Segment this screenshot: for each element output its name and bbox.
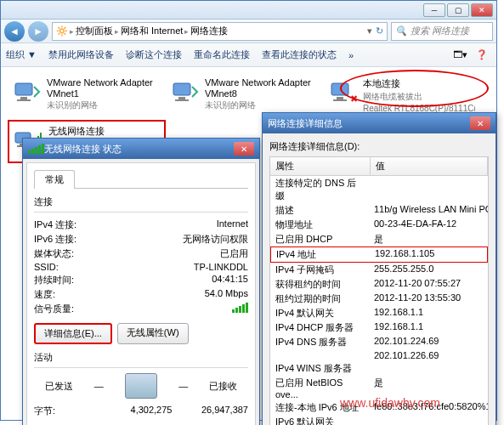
titlebar: ─ ▢ ✕	[1, 1, 496, 20]
bytes-label: 字节:	[34, 405, 119, 417]
svg-rect-1	[20, 97, 27, 99]
row-value	[371, 361, 488, 376]
close-button[interactable]: ✕	[471, 3, 493, 17]
row-value: Internet	[119, 218, 248, 231]
row-key: 持续时间:	[34, 274, 119, 286]
col-property[interactable]: 属性	[270, 157, 371, 175]
details-button[interactable]: 详细信息(E)...	[34, 323, 112, 344]
status-row: 速度:54.0 Mbps	[34, 287, 248, 302]
svg-rect-4	[178, 97, 185, 99]
adapter-icon	[169, 77, 200, 108]
details-row: 202.101.226.69	[270, 349, 488, 361]
details-row: IPv4 子网掩码255.255.255.0	[270, 263, 488, 277]
row-key: IPv4 地址	[271, 247, 371, 262]
row-key: 速度:	[34, 288, 119, 301]
svg-rect-6	[331, 83, 348, 95]
help-icon[interactable]: ❓	[473, 47, 491, 64]
row-key: SSID:	[34, 262, 119, 272]
breadcrumb[interactable]: 🔆 ▸ 控制面板 ▸ 网络和 Internet ▸ 网络连接 ▾ ↻	[52, 22, 388, 41]
network-icon: 🔆	[56, 26, 68, 37]
details-header: 网络连接详细信息(D):	[269, 140, 489, 153]
status-row: 媒体状态:已启用	[34, 246, 248, 261]
adapter-name: 无线网络连接	[48, 125, 161, 138]
row-value: 2012-11-20 13:55:30	[371, 292, 488, 306]
status-row: IPv4 连接:Internet	[34, 218, 248, 232]
row-value: 192.168.1.1	[371, 320, 488, 335]
adapter-status: 未识别的网络	[205, 99, 311, 111]
more-button[interactable]: »	[348, 50, 354, 60]
row-value: 已启用	[119, 247, 248, 260]
signal-quality-label: 信号质量:	[34, 303, 119, 315]
dialog-close-button[interactable]: ✕	[470, 116, 490, 130]
row-key: 媒体状态:	[34, 247, 119, 260]
row-key: IPv4 连接:	[34, 218, 119, 231]
row-value: 04:41:15	[119, 274, 248, 286]
row-value: 192.168.1.1	[371, 306, 488, 320]
tab-strip: 常规	[34, 170, 248, 189]
diagnose-button[interactable]: 诊断这个连接	[126, 48, 182, 61]
row-value: 11b/g Wireless LAN Mini PCI Ex	[371, 203, 488, 218]
details-row: IPv4 默认网关192.168.1.1	[270, 306, 488, 320]
watermark: www.ufidawhy.com	[340, 396, 440, 410]
row-value: 192.168.1.105	[371, 247, 487, 262]
adapter-local[interactable]: ✖ 本地连接 网络电缆被拔出 Realtek RTL8168C(P)/8111C…	[324, 74, 479, 116]
dialog-close-button[interactable]: ✕	[234, 142, 254, 156]
svg-rect-5	[175, 99, 189, 101]
organize-menu[interactable]: 组织 ▼	[6, 48, 37, 61]
breadcrumb-control-panel[interactable]: 控制面板	[76, 25, 113, 37]
adapter-icon: ✖	[327, 77, 358, 108]
breadcrumb-network-internet[interactable]: 网络和 Internet	[121, 25, 183, 37]
dropdown-icon[interactable]: ▾	[367, 26, 372, 37]
disable-device-button[interactable]: 禁用此网络设备	[48, 48, 114, 61]
row-value: 2012-11-20 07:55:27	[371, 277, 488, 292]
row-key: 物理地址	[270, 218, 371, 232]
row-key: 已启用 DHCP	[270, 232, 371, 246]
connection-label: 连接	[34, 196, 248, 208]
row-value: 54.0 Mbps	[119, 288, 248, 301]
dialog-title: 网络连接详细信息	[268, 117, 343, 130]
details-row: 物理地址00-23-4E-DA-FA-12	[270, 218, 488, 232]
forward-button[interactable]: ►	[28, 21, 48, 42]
row-key	[270, 349, 371, 361]
sent-label: 已发送	[45, 380, 73, 393]
details-row: IPv4 DHCP 服务器192.168.1.1	[270, 320, 488, 335]
recv-label: 已接收	[209, 380, 237, 393]
adapter-vmnet1[interactable]: VMware Network Adapter VMnet1 未识别的网络	[8, 74, 162, 116]
wireless-properties-button[interactable]: 无线属性(W)	[117, 323, 189, 344]
row-key: IPv4 DHCP 服务器	[270, 320, 371, 335]
tab-general[interactable]: 常规	[34, 170, 75, 189]
dialog-titlebar: 网络连接详细信息 ✕	[263, 113, 496, 133]
connection-details-dialog: 网络连接详细信息 ✕ 网络连接详细信息(D): 属性 值 连接特定的 DNS 后…	[262, 112, 496, 425]
status-row: IPv6 连接:无网络访问权限	[34, 232, 248, 246]
row-key: IPv4 WINS 服务器	[270, 361, 371, 376]
view-options-icon[interactable]: 🗔▾	[450, 47, 469, 64]
back-button[interactable]: ◄	[4, 21, 25, 42]
signal-bars	[232, 303, 248, 313]
list-header: 属性 值	[270, 157, 488, 176]
minimize-button[interactable]: ─	[423, 3, 445, 17]
search-input[interactable]: 🔍 搜索 网络连接	[391, 22, 493, 41]
adapter-name2: VMnet1	[47, 88, 153, 99]
search-icon: 🔍	[395, 26, 407, 37]
activity-icon	[125, 373, 157, 399]
adapter-icon	[11, 77, 42, 108]
svg-rect-2	[17, 99, 31, 101]
details-row: 租约过期的时间2012-11-20 13:55:30	[270, 292, 488, 306]
details-row: IPv6 默认网关	[270, 415, 488, 425]
svg-rect-0	[15, 83, 32, 95]
refresh-icon[interactable]: ↻	[376, 26, 383, 37]
adapter-vmnet8[interactable]: VMware Network Adapter VMnet8 未识别的网络	[166, 74, 320, 116]
view-status-button[interactable]: 查看此连接的状态	[262, 48, 337, 61]
col-value[interactable]: 值	[371, 157, 488, 175]
breadcrumb-network-connections[interactable]: 网络连接	[190, 25, 228, 37]
status-row: SSID:TP-LINKDDL	[34, 261, 248, 273]
row-value: 无网络访问权限	[119, 233, 248, 246]
row-key: 租约过期的时间	[270, 292, 371, 306]
adapter-name: VMware Network Adapter	[205, 77, 311, 88]
svg-rect-8	[333, 99, 347, 101]
maximize-button[interactable]: ▢	[447, 3, 469, 17]
bytes-recv: 26,947,387	[184, 405, 248, 417]
wifi-status-dialog: 无线网络连接 状态 ✕ 常规 连接 IPv4 连接:InternetIPv6 连…	[22, 138, 260, 425]
rename-button[interactable]: 重命名此连接	[194, 48, 250, 61]
row-value: 是	[371, 232, 488, 246]
